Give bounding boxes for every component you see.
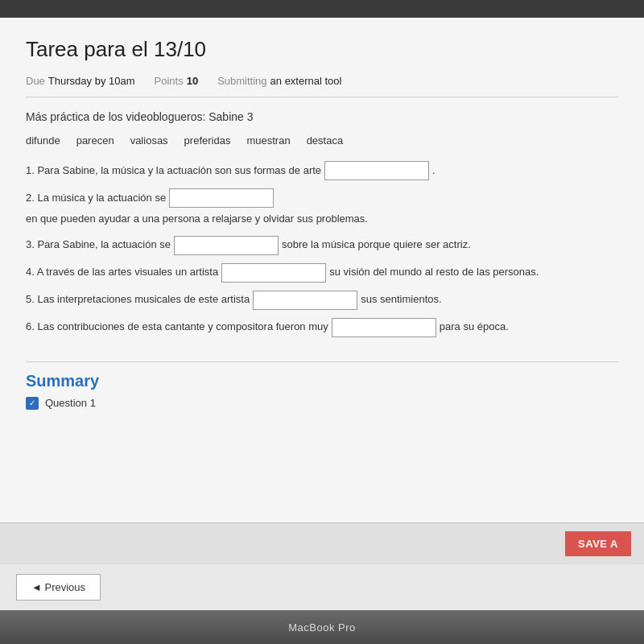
save-button[interactable]: SAVE A [565, 531, 631, 556]
points-item: Points 10 [155, 75, 199, 87]
points-label: Points [155, 75, 184, 87]
macbook-bar: MacBook Pro [0, 610, 644, 644]
q3-before: 3. Para Sabine, la actuación se [26, 237, 171, 254]
top-bar [0, 0, 644, 18]
word-parecen: parecen [76, 134, 114, 147]
due-value: Thursday by 10am [48, 75, 135, 87]
due-label: Due [26, 75, 45, 87]
word-valiosas: valiosas [130, 134, 168, 147]
q4-before: 4. A través de las artes visuales un art… [26, 264, 218, 281]
q2-input[interactable] [169, 188, 274, 208]
summary-item-1: ✓ Question 1 [26, 397, 618, 410]
screen: Tarea para el 13/10 Due Thursday by 10am… [0, 0, 644, 644]
submitting-item: Submitting an external tool [217, 75, 341, 87]
question-5: 5. Las interpretaciones musicales de est… [26, 291, 618, 310]
questions-section: 1. Para Sabine, la música y la actuación… [26, 161, 618, 337]
nav-row: ◄ Previous [0, 564, 644, 610]
q6-input[interactable] [332, 318, 436, 337]
q2-before: 2. La música y la actuación se [26, 190, 166, 207]
word-destaca: destaca [307, 134, 344, 147]
q3-after: sobre la música porque quiere ser actriz… [282, 237, 471, 254]
submitting-label: Submitting [217, 75, 266, 87]
q3-input[interactable] [174, 236, 279, 255]
word-difunde: difunde [26, 134, 60, 147]
q1-num: 1. Para Sabine, la música y la actuación… [26, 163, 321, 180]
question-1: 1. Para Sabine, la música y la actuación… [26, 161, 618, 180]
q5-after: sus sentimientos. [361, 291, 441, 308]
main-area: Tarea para el 13/10 Due Thursday by 10am… [0, 18, 644, 564]
content-panel: Tarea para el 13/10 Due Thursday by 10am… [0, 18, 644, 522]
due-item: Due Thursday by 10am [26, 75, 135, 87]
q1-input[interactable] [324, 161, 429, 180]
q4-input[interactable] [221, 263, 326, 283]
q4-after: su visión del mundo al resto de las pers… [329, 264, 539, 281]
word-bank: difunde parecen valiosas preferidas mues… [26, 134, 618, 147]
points-value: 10 [187, 75, 198, 87]
previous-button[interactable]: ◄ Previous [16, 574, 101, 601]
question-6: 6. Las contribuciones de esta cantante y… [26, 318, 618, 337]
q2-after: en que pueden ayudar a una persona a rel… [26, 211, 368, 228]
q6-before: 6. Las contribuciones de esta cantante y… [26, 319, 328, 336]
q1-after: . [432, 163, 436, 180]
submitting-value: an external tool [270, 75, 342, 87]
word-muestran: muestran [246, 134, 290, 147]
summary-title: Summary [26, 372, 618, 390]
page-title: Tarea para el 13/10 [26, 37, 618, 62]
question-4: 4. A través de las artes visuales un art… [26, 263, 618, 283]
check-icon: ✓ [26, 397, 39, 410]
question-2: 2. La música y la actuación se en que pu… [26, 188, 618, 228]
action-bar: SAVE A [0, 522, 644, 564]
exercise-title: Más práctica de los videoblogueros: Sabi… [26, 110, 618, 123]
word-preferidas: preferidas [184, 134, 231, 147]
question-3: 3. Para Sabine, la actuación se sobre la… [26, 236, 618, 255]
q5-before: 5. Las interpretaciones musicales de est… [26, 291, 250, 308]
q5-input[interactable] [253, 291, 357, 310]
macbook-label: MacBook Pro [288, 621, 356, 634]
summary-q1-label: Question 1 [45, 397, 96, 409]
q6-after: para su época. [440, 319, 509, 336]
summary-section: Summary ✓ Question 1 [26, 361, 618, 410]
meta-row: Due Thursday by 10am Points 10 Submittin… [26, 75, 618, 97]
